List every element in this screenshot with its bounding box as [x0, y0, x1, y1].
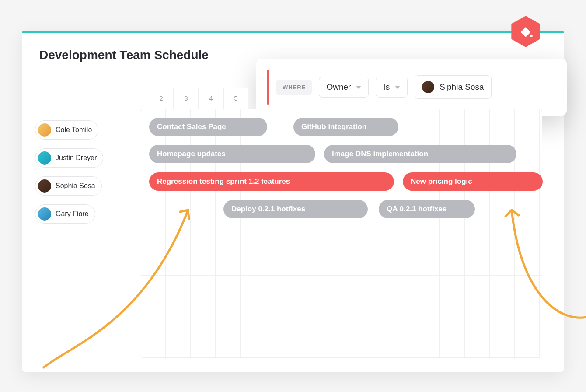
task-label: Deploy 0.2.1 hotfixes — [231, 205, 305, 214]
filter-operator-label: Is — [383, 82, 390, 92]
task-label: QA 0.2.1 hotfixes — [387, 205, 446, 214]
person-name: Sophia Sosa — [56, 182, 95, 190]
task-bar[interactable]: Regression testing sprint 1.2 features — [149, 172, 394, 191]
filter-operator-select[interactable]: Is — [376, 77, 408, 98]
filter-value-select[interactable]: Siphia Sosa — [415, 75, 491, 99]
timeline-grid[interactable]: Contact Sales PageGitHub integrationHome… — [140, 108, 542, 358]
day-column-header: 2 — [149, 88, 174, 108]
day-column-header: 3 — [174, 88, 199, 108]
people-list: Cole TomiloJustin DreyerSophia SosaGary … — [35, 120, 103, 224]
filter-field-label: Owner — [326, 82, 351, 92]
grid-vline — [514, 109, 515, 357]
day-column-header: 5 — [223, 88, 248, 108]
filter-accent-bar — [267, 70, 269, 105]
task-bar[interactable]: Image DNS implementation — [324, 145, 516, 163]
task-label: Contact Sales Page — [157, 122, 226, 131]
svg-point-1 — [530, 35, 533, 37]
task-bar[interactable]: GitHub integration — [293, 118, 398, 136]
grid-vline — [539, 109, 540, 357]
person-name: Gary Fiore — [56, 210, 89, 218]
day-column-header: 4 — [199, 88, 223, 108]
day-header: 2345 — [149, 88, 248, 109]
avatar — [38, 123, 51, 136]
task-label: Homepage updates — [157, 150, 226, 158]
avatar — [422, 81, 434, 93]
chevron-down-icon — [356, 86, 361, 89]
filter-popover: WHERE Owner Is Siphia Sosa — [256, 59, 567, 116]
task-label: New pricing logic — [411, 177, 472, 186]
grid-hline — [140, 332, 542, 332]
person-pill[interactable]: Sophia Sosa — [35, 176, 102, 196]
color-filter-hex-button[interactable] — [509, 15, 542, 48]
task-bar[interactable]: Homepage updates — [149, 145, 315, 163]
paint-bucket-icon — [518, 24, 533, 39]
grid-hline — [140, 275, 542, 276]
task-bar[interactable]: New pricing logic — [403, 172, 543, 191]
grid-vline — [315, 109, 315, 357]
person-pill[interactable]: Justin Dreyer — [35, 148, 103, 168]
page-title: Development Team Schedule — [39, 48, 209, 62]
task-label: Regression testing sprint 1.2 features — [157, 177, 290, 186]
filter-value-label: Siphia Sosa — [440, 82, 484, 92]
task-bar[interactable]: QA 0.2.1 hotfixes — [379, 200, 475, 218]
task-bar[interactable]: Contact Sales Page — [149, 118, 267, 136]
task-label: GitHub integration — [301, 122, 366, 131]
task-bar[interactable]: Deploy 0.2.1 hotfixes — [223, 200, 368, 218]
schedule-card: Development Team Schedule WHERE Owner Is… — [22, 31, 564, 372]
grid-hline — [140, 304, 542, 304]
accent-bar — [22, 31, 564, 33]
filter-field-select[interactable]: Owner — [319, 77, 369, 98]
avatar — [38, 151, 51, 164]
chevron-down-icon — [395, 86, 400, 89]
person-pill[interactable]: Cole Tomilo — [35, 120, 98, 140]
person-name: Justin Dreyer — [56, 154, 97, 162]
person-pill[interactable]: Gary Fiore — [35, 204, 95, 224]
avatar — [38, 207, 51, 220]
where-chip: WHERE — [276, 80, 312, 95]
task-label: Image DNS implementation — [332, 150, 428, 158]
avatar — [38, 179, 51, 192]
person-name: Cole Tomilo — [56, 126, 92, 134]
